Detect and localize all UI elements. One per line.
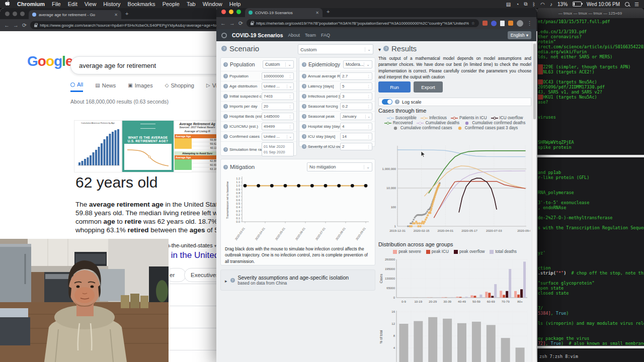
run-button[interactable]: Run [378, 81, 411, 93]
profile-avatar[interactable] [517, 20, 523, 27]
related-pill[interactable]: er [166, 268, 186, 282]
close-window-button[interactable] [221, 10, 226, 14]
legend-item[interactable]: Patients in ICU [451, 116, 487, 120]
help-icon[interactable] [223, 74, 228, 78]
epidemiology-input[interactable]: 4 [340, 123, 372, 130]
help-icon[interactable] [302, 124, 306, 129]
legend-item[interactable]: Infectious [421, 116, 447, 120]
menu-item-edit[interactable]: Edit [68, 1, 77, 7]
help-icon[interactable] [302, 134, 306, 139]
help-icon[interactable] [223, 114, 228, 119]
image-result-table[interactable]: Average Retirement Ag Sources: 2017 Fede… [174, 120, 220, 172]
help-icon[interactable] [302, 74, 306, 78]
scenario-preset-select[interactable]: Custom [298, 44, 373, 54]
bluetooth-icon[interactable]: ᛒ [532, 2, 535, 7]
population-input[interactable]: 01 Mar 202001 Sep 2020 [262, 142, 294, 156]
minimize-window-button[interactable] [13, 12, 17, 16]
population-input[interactable]: United ... [262, 82, 294, 90]
help-icon[interactable] [223, 147, 228, 152]
population-preset-select[interactable]: Custom [263, 60, 294, 68]
epidemiology-input[interactable]: January [340, 113, 372, 120]
results-section-title[interactable]: Results [378, 44, 417, 53]
active-app-name[interactable]: Chromium [17, 1, 45, 7]
new-tab-button[interactable]: + [327, 9, 330, 15]
browser-menu-icon[interactable]: ⋮ [527, 20, 532, 27]
menu-clock[interactable]: Wed 10:06 PM [587, 2, 620, 7]
help-icon[interactable] [223, 124, 228, 129]
nav-about[interactable]: About [288, 33, 300, 38]
extension-icon-2[interactable] [491, 21, 497, 26]
population-input[interactable]: 49499 [262, 123, 294, 130]
population-input[interactable]: 1485000 [262, 113, 294, 120]
legend-item[interactable]: Cumulative confirmed deaths [463, 121, 525, 125]
nav-team[interactable]: Team [305, 33, 316, 38]
help-icon[interactable] [302, 114, 306, 119]
cases-chart[interactable]: 110010,0001,000,0002019-12-312020-02-152… [378, 142, 530, 240]
help-icon[interactable] [230, 278, 235, 283]
back-icon[interactable]: ← [4, 22, 10, 28]
percent-of-total-chart[interactable]: 481216% of total [378, 310, 532, 362]
menu-item-window[interactable]: Window [203, 1, 222, 7]
reload-icon[interactable]: ⟳ [22, 22, 27, 29]
expand-icon[interactable] [225, 276, 227, 285]
help-icon[interactable] [302, 94, 306, 99]
epidemiology-preset-select[interactable]: Modera... [343, 60, 372, 68]
help-icon[interactable] [395, 100, 399, 104]
site-logo[interactable] [221, 33, 227, 38]
terminal-titlebar[interactable]: — tmux — tmux — tmux — 125×69 [536, 8, 644, 18]
menu-item-help[interactable]: Help [229, 1, 241, 7]
extension-icon-1[interactable] [482, 21, 488, 26]
zoom-window-button[interactable] [20, 12, 25, 16]
google-tab-news[interactable]: ▤News [95, 81, 116, 92]
help-icon[interactable] [302, 104, 306, 109]
tab-close-icon[interactable]: ✕ [114, 13, 118, 17]
menu-item-bookmarks[interactable]: Bookmarks [128, 1, 155, 7]
new-tab-button[interactable]: + [125, 11, 128, 17]
legend-item[interactable]: total deaths [490, 249, 516, 254]
google-logo[interactable]: Google [27, 53, 72, 69]
display-icon[interactable]: ⧉ [524, 1, 527, 7]
apple-icon[interactable] [5, 1, 10, 8]
log-scale-toggle[interactable] [382, 99, 392, 105]
help-icon[interactable] [302, 84, 306, 88]
help-icon[interactable] [221, 46, 227, 51]
epidemiology-input[interactable]: 5 [340, 82, 372, 90]
back-icon[interactable]: ← [220, 20, 226, 26]
age-distribution-chart[interactable]: 065000130000195000260000Cases0-910-1920-… [378, 256, 532, 309]
help-icon[interactable] [302, 144, 306, 149]
legend-item[interactable]: Recovered [384, 121, 413, 125]
image-result-infographic[interactable]: WHAT IS THE AVERAGE U.S. RETIREMENT AGE? [122, 120, 174, 172]
image-result-bar-chart[interactable]: Cumulative American Retirees by Age [74, 120, 122, 172]
reload-icon[interactable]: ⟳ [238, 20, 243, 27]
wifi-icon[interactable]: ◠ [540, 2, 545, 7]
minimize-window-button[interactable] [229, 10, 233, 14]
site-title[interactable]: COVID-19 Scenarios [232, 32, 283, 38]
population-input[interactable]: United ... [262, 133, 294, 140]
bookmark-star-icon[interactable]: ☆ [471, 21, 475, 26]
google-tab[interactable]: average age for retirement - Go ✕ [29, 10, 121, 19]
extension-icon-3[interactable] [500, 21, 505, 26]
volume-icon[interactable]: ♪ [550, 2, 552, 7]
population-input[interactable]: 7403 [262, 93, 294, 100]
nav-faq[interactable]: FAQ [321, 33, 330, 38]
epidemiology-input[interactable]: 3 [340, 93, 372, 100]
spotlight-search-icon[interactable] [625, 2, 629, 7]
legend-item[interactable]: peak ICU [426, 249, 449, 254]
help-icon[interactable] [223, 165, 228, 169]
help-icon[interactable] [302, 62, 306, 67]
covid-tab[interactable]: COVID-19 Scenarios ✕ [245, 8, 323, 17]
epidemiology-input[interactable]: 14 [340, 133, 372, 140]
google-tab-images[interactable]: ▣Images [128, 81, 153, 92]
menu-item-file[interactable]: File [52, 1, 61, 7]
language-dropdown[interactable]: English▾ [508, 31, 531, 39]
help-icon[interactable] [223, 62, 228, 67]
menu-item-view[interactable]: View [85, 1, 97, 7]
cases-chart-legend[interactable]: SusceptibleInfectiousPatients in ICUICU … [378, 116, 531, 130]
legend-item[interactable]: peak overflow [454, 249, 485, 254]
help-icon[interactable] [223, 94, 228, 99]
legend-item[interactable]: Cumulative confirmed cases [392, 126, 452, 130]
google-tab-all[interactable]: All [70, 81, 83, 92]
epidemiology-input[interactable]: 2 [340, 143, 372, 150]
legend-item[interactable]: Susceptible [387, 116, 417, 120]
menu-item-tab[interactable]: Tab [187, 1, 196, 7]
